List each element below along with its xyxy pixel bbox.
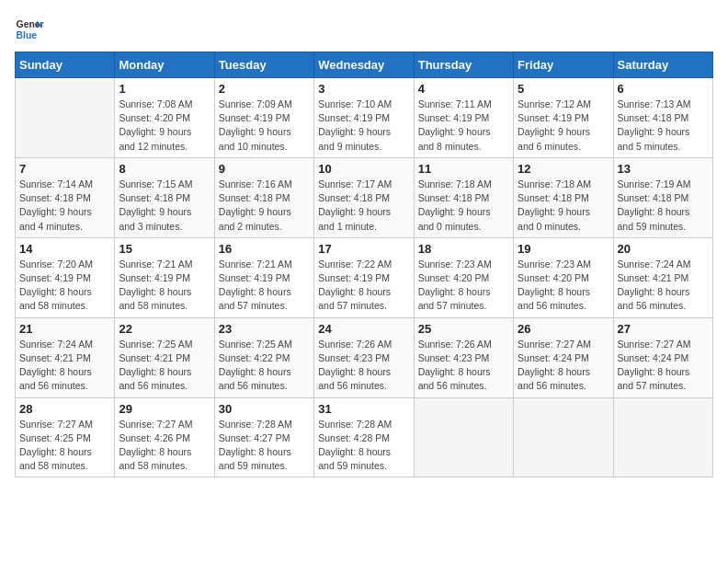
day-info: Sunrise: 7:26 AM Sunset: 4:23 PM Dayligh… (418, 338, 509, 394)
day-info: Sunrise: 7:25 AM Sunset: 4:21 PM Dayligh… (119, 338, 210, 394)
day-number: 13 (618, 162, 709, 176)
week-row-3: 14Sunrise: 7:20 AM Sunset: 4:19 PM Dayli… (16, 237, 713, 317)
weekday-header-friday: Friday (514, 52, 613, 78)
day-info: Sunrise: 7:11 AM Sunset: 4:19 PM Dayligh… (418, 98, 509, 154)
day-number: 4 (418, 82, 509, 96)
day-cell: 29Sunrise: 7:27 AM Sunset: 4:26 PM Dayli… (115, 397, 214, 477)
day-cell: 19Sunrise: 7:23 AM Sunset: 4:20 PM Dayli… (514, 237, 613, 317)
day-number: 3 (318, 82, 409, 96)
day-number: 21 (19, 322, 110, 336)
day-number: 18 (418, 242, 509, 256)
day-info: Sunrise: 7:28 AM Sunset: 4:28 PM Dayligh… (318, 418, 409, 474)
calendar-table: SundayMondayTuesdayWednesdayThursdayFrid… (15, 52, 713, 477)
weekday-header-wednesday: Wednesday (314, 52, 414, 78)
day-cell (414, 397, 513, 477)
day-cell: 18Sunrise: 7:23 AM Sunset: 4:20 PM Dayli… (414, 237, 513, 317)
day-cell: 13Sunrise: 7:19 AM Sunset: 4:18 PM Dayli… (613, 157, 712, 237)
day-cell: 27Sunrise: 7:27 AM Sunset: 4:24 PM Dayli… (613, 317, 712, 397)
day-info: Sunrise: 7:08 AM Sunset: 4:20 PM Dayligh… (119, 98, 210, 154)
day-info: Sunrise: 7:27 AM Sunset: 4:25 PM Dayligh… (19, 418, 110, 474)
day-cell: 10Sunrise: 7:17 AM Sunset: 4:18 PM Dayli… (314, 157, 414, 237)
day-info: Sunrise: 7:24 AM Sunset: 4:21 PM Dayligh… (618, 258, 709, 314)
day-number: 30 (219, 402, 310, 416)
day-info: Sunrise: 7:21 AM Sunset: 4:19 PM Dayligh… (119, 258, 210, 314)
day-info: Sunrise: 7:13 AM Sunset: 4:18 PM Dayligh… (618, 98, 709, 154)
day-cell: 2Sunrise: 7:09 AM Sunset: 4:19 PM Daylig… (214, 78, 313, 158)
day-number: 25 (418, 322, 509, 336)
day-number: 7 (19, 162, 110, 176)
weekday-header-saturday: Saturday (613, 52, 712, 78)
day-number: 2 (219, 82, 310, 96)
day-number: 27 (618, 322, 709, 336)
day-cell (16, 78, 115, 158)
day-cell: 3Sunrise: 7:10 AM Sunset: 4:19 PM Daylig… (314, 78, 414, 158)
day-info: Sunrise: 7:17 AM Sunset: 4:18 PM Dayligh… (318, 178, 409, 234)
week-row-5: 28Sunrise: 7:27 AM Sunset: 4:25 PM Dayli… (16, 397, 713, 477)
day-info: Sunrise: 7:18 AM Sunset: 4:18 PM Dayligh… (418, 178, 509, 234)
day-info: Sunrise: 7:27 AM Sunset: 4:26 PM Dayligh… (119, 418, 210, 474)
day-cell: 11Sunrise: 7:18 AM Sunset: 4:18 PM Dayli… (414, 157, 513, 237)
day-cell: 17Sunrise: 7:22 AM Sunset: 4:19 PM Dayli… (314, 237, 414, 317)
day-info: Sunrise: 7:16 AM Sunset: 4:18 PM Dayligh… (219, 178, 310, 234)
logo-icon: General Blue (15, 15, 44, 44)
day-cell: 21Sunrise: 7:24 AM Sunset: 4:21 PM Dayli… (16, 317, 115, 397)
day-info: Sunrise: 7:28 AM Sunset: 4:27 PM Dayligh… (219, 418, 310, 474)
day-cell: 1Sunrise: 7:08 AM Sunset: 4:20 PM Daylig… (115, 78, 214, 158)
day-info: Sunrise: 7:19 AM Sunset: 4:18 PM Dayligh… (618, 178, 709, 234)
day-cell: 16Sunrise: 7:21 AM Sunset: 4:19 PM Dayli… (214, 237, 313, 317)
day-info: Sunrise: 7:26 AM Sunset: 4:23 PM Dayligh… (318, 338, 409, 394)
header: General Blue (15, 15, 713, 44)
day-info: Sunrise: 7:22 AM Sunset: 4:19 PM Dayligh… (318, 258, 409, 314)
day-number: 19 (518, 242, 609, 256)
day-cell: 25Sunrise: 7:26 AM Sunset: 4:23 PM Dayli… (414, 317, 513, 397)
day-info: Sunrise: 7:27 AM Sunset: 4:24 PM Dayligh… (518, 338, 609, 394)
day-number: 31 (318, 402, 409, 416)
logo: General Blue (15, 15, 44, 44)
day-cell: 12Sunrise: 7:18 AM Sunset: 4:18 PM Dayli… (514, 157, 613, 237)
svg-text:Blue: Blue (17, 30, 38, 40)
day-cell (514, 397, 613, 477)
day-cell: 15Sunrise: 7:21 AM Sunset: 4:19 PM Dayli… (115, 237, 214, 317)
day-info: Sunrise: 7:12 AM Sunset: 4:19 PM Dayligh… (518, 98, 609, 154)
weekday-header-tuesday: Tuesday (214, 52, 313, 78)
day-info: Sunrise: 7:10 AM Sunset: 4:19 PM Dayligh… (318, 98, 409, 154)
day-cell: 4Sunrise: 7:11 AM Sunset: 4:19 PM Daylig… (414, 78, 513, 158)
day-info: Sunrise: 7:23 AM Sunset: 4:20 PM Dayligh… (518, 258, 609, 314)
day-info: Sunrise: 7:15 AM Sunset: 4:18 PM Dayligh… (119, 178, 210, 234)
weekday-header-monday: Monday (115, 52, 214, 78)
day-number: 16 (219, 242, 310, 256)
day-cell: 6Sunrise: 7:13 AM Sunset: 4:18 PM Daylig… (613, 78, 712, 158)
day-number: 9 (219, 162, 310, 176)
weekday-header-sunday: Sunday (16, 52, 115, 78)
day-number: 23 (219, 322, 310, 336)
day-cell: 22Sunrise: 7:25 AM Sunset: 4:21 PM Dayli… (115, 317, 214, 397)
day-cell: 5Sunrise: 7:12 AM Sunset: 4:19 PM Daylig… (514, 78, 613, 158)
day-cell: 26Sunrise: 7:27 AM Sunset: 4:24 PM Dayli… (514, 317, 613, 397)
day-info: Sunrise: 7:18 AM Sunset: 4:18 PM Dayligh… (518, 178, 609, 234)
day-cell (613, 397, 712, 477)
day-number: 29 (119, 402, 210, 416)
day-cell: 30Sunrise: 7:28 AM Sunset: 4:27 PM Dayli… (214, 397, 313, 477)
day-info: Sunrise: 7:25 AM Sunset: 4:22 PM Dayligh… (219, 338, 310, 394)
day-cell: 31Sunrise: 7:28 AM Sunset: 4:28 PM Dayli… (314, 397, 414, 477)
day-cell: 9Sunrise: 7:16 AM Sunset: 4:18 PM Daylig… (214, 157, 313, 237)
weekday-header-thursday: Thursday (414, 52, 513, 78)
day-number: 6 (618, 82, 709, 96)
day-cell: 20Sunrise: 7:24 AM Sunset: 4:21 PM Dayli… (613, 237, 712, 317)
day-info: Sunrise: 7:24 AM Sunset: 4:21 PM Dayligh… (19, 338, 110, 394)
day-cell: 8Sunrise: 7:15 AM Sunset: 4:18 PM Daylig… (115, 157, 214, 237)
day-number: 8 (119, 162, 210, 176)
day-number: 22 (119, 322, 210, 336)
day-cell: 7Sunrise: 7:14 AM Sunset: 4:18 PM Daylig… (16, 157, 115, 237)
day-number: 1 (119, 82, 210, 96)
day-cell: 28Sunrise: 7:27 AM Sunset: 4:25 PM Dayli… (16, 397, 115, 477)
day-info: Sunrise: 7:14 AM Sunset: 4:18 PM Dayligh… (19, 178, 110, 234)
day-number: 15 (119, 242, 210, 256)
day-info: Sunrise: 7:23 AM Sunset: 4:20 PM Dayligh… (418, 258, 509, 314)
day-cell: 24Sunrise: 7:26 AM Sunset: 4:23 PM Dayli… (314, 317, 414, 397)
day-cell: 14Sunrise: 7:20 AM Sunset: 4:19 PM Dayli… (16, 237, 115, 317)
day-number: 12 (518, 162, 609, 176)
day-cell: 23Sunrise: 7:25 AM Sunset: 4:22 PM Dayli… (214, 317, 313, 397)
day-info: Sunrise: 7:09 AM Sunset: 4:19 PM Dayligh… (219, 98, 310, 154)
day-number: 10 (318, 162, 409, 176)
